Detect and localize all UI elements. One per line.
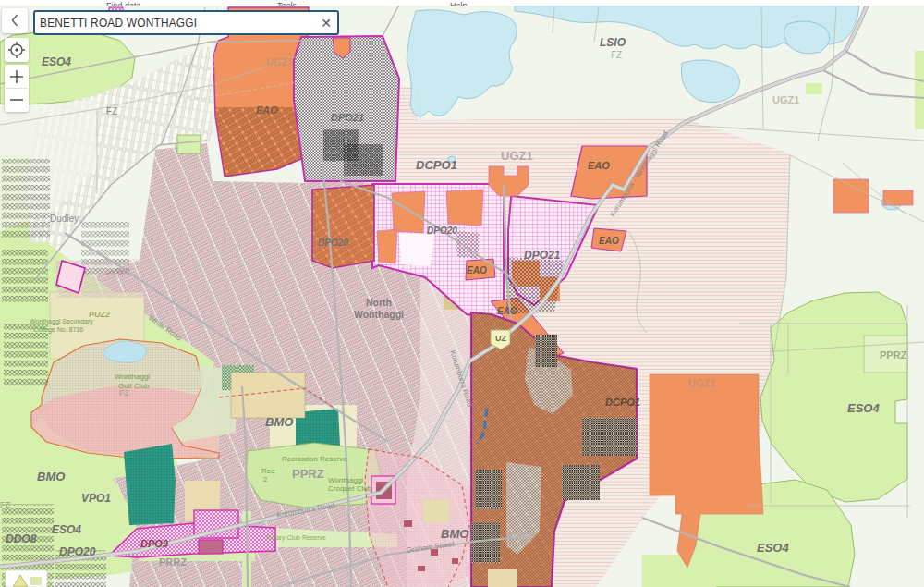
svg-text:Golf Club: Golf Club xyxy=(118,382,150,390)
svg-text:VPO1: VPO1 xyxy=(81,492,111,505)
svg-text:DCPO1: DCPO1 xyxy=(416,158,457,172)
svg-text:College No. 8736: College No. 8736 xyxy=(33,326,83,334)
svg-text:Rec: Rec xyxy=(261,467,274,475)
svg-text:Dudley: Dudley xyxy=(50,214,79,224)
svg-text:LSIO: LSIO xyxy=(600,36,626,49)
svg-text:PRRZ: PRRZ xyxy=(159,556,187,568)
svg-text:PUZ2: PUZ2 xyxy=(89,310,110,319)
svg-text:DPO20: DPO20 xyxy=(59,545,96,558)
svg-text:ESO4: ESO4 xyxy=(847,401,880,415)
svg-text:ESO4: ESO4 xyxy=(757,541,789,555)
svg-text:EAO: EAO xyxy=(497,306,517,316)
svg-text:Recreation Reserve: Recreation Reserve xyxy=(282,455,347,463)
svg-text:DPO20: DPO20 xyxy=(427,226,457,236)
svg-text:EAO: EAO xyxy=(467,265,487,275)
svg-text:EAO: EAO xyxy=(599,236,619,246)
svg-text:PPRZ: PPRZ xyxy=(880,349,907,361)
svg-text:BMO: BMO xyxy=(265,415,293,429)
svg-text:BMO: BMO xyxy=(441,527,468,541)
svg-text:EAO: EAO xyxy=(256,104,278,116)
svg-text:DPO9: DPO9 xyxy=(140,538,169,549)
svg-text:Croquet Club: Croquet Club xyxy=(328,484,372,493)
svg-text:EAO: EAO xyxy=(588,160,610,171)
svg-text:DCPO1: DCPO1 xyxy=(605,397,640,408)
svg-text:Rotary Club Reserve: Rotary Club Reserve xyxy=(266,534,326,542)
svg-text:DPO20: DPO20 xyxy=(318,238,348,248)
svg-text:UGZ1: UGZ1 xyxy=(772,94,799,105)
svg-text:FZ: FZ xyxy=(611,50,622,60)
svg-text:Wonthaggi: Wonthaggi xyxy=(115,373,150,381)
svg-text:Wonthaggi: Wonthaggi xyxy=(354,309,404,320)
svg-text:UGZ1: UGZ1 xyxy=(266,56,293,67)
svg-text:PPRZ: PPRZ xyxy=(292,467,324,481)
svg-text:UGZ1: UGZ1 xyxy=(501,149,533,163)
svg-text:BMO: BMO xyxy=(37,470,65,483)
svg-text:Wonthaggi Secondary: Wonthaggi Secondary xyxy=(30,318,93,325)
svg-text:FZ: FZ xyxy=(0,500,10,509)
svg-text:ESO4: ESO4 xyxy=(42,55,71,68)
svg-text:North: North xyxy=(366,297,392,308)
svg-text:2: 2 xyxy=(263,475,268,483)
svg-text:FZ: FZ xyxy=(106,106,117,116)
svg-text:DDO8: DDO8 xyxy=(6,532,37,545)
svg-text:DPO21: DPO21 xyxy=(524,249,561,262)
svg-text:ESO4: ESO4 xyxy=(52,523,81,536)
svg-text:DPO21: DPO21 xyxy=(331,112,364,123)
svg-text:Wonthaggi: Wonthaggi xyxy=(328,476,363,484)
svg-text:UZ: UZ xyxy=(495,334,506,343)
svg-text:UGZ1: UGZ1 xyxy=(688,377,715,388)
